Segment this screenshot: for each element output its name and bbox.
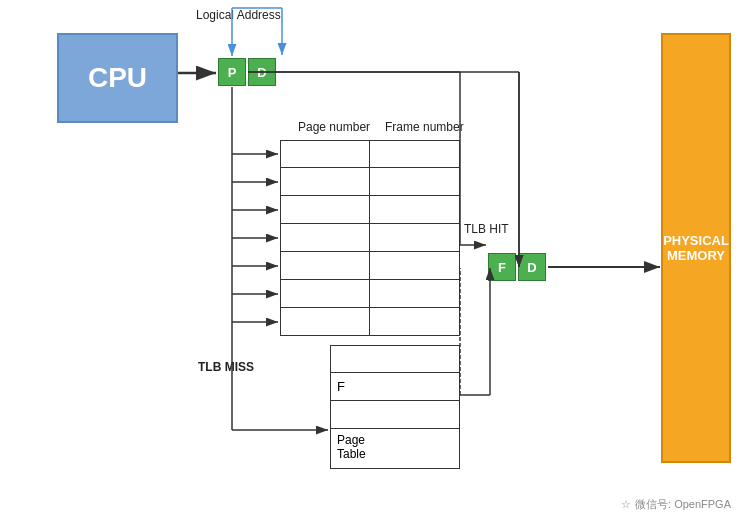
f-result-box: F [488,253,516,281]
page-number-label: Page number [298,120,370,134]
watermark-icon: ☆ [621,498,631,511]
cpu-box: CPU [57,33,178,123]
physical-memory: PHYSICAL MEMORY [661,33,731,463]
watermark-text: 微信号: OpenFPGA [635,497,731,512]
d-result-box: D [518,253,546,281]
logical-address-label: Logical Address [196,8,281,22]
d-box: D [248,58,276,86]
pt-f-cell: F [330,373,460,400]
pd-group: P D [218,58,276,86]
cpu-label: CPU [88,62,147,94]
fd-group: F D [488,253,546,281]
p-box: P [218,58,246,86]
diagram: CPU Logical Address P D Page number Fram… [0,0,749,524]
frame-number-label: Frame number [385,120,464,134]
tlb-table [280,140,460,336]
phys-mem-line2: MEMORY [663,248,729,263]
tlb-miss-label: TLB MISS [198,360,254,374]
page-table-label: Page Table [330,429,460,468]
watermark: ☆ 微信号: OpenFPGA [621,497,731,512]
phys-mem-line1: PHYSICAL [663,233,729,248]
page-table: F Page Table [330,345,460,469]
tlb-hit-label: TLB HIT [464,222,509,236]
